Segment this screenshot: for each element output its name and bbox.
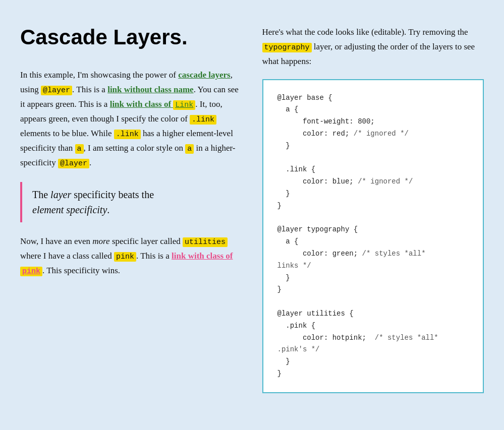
left-column: Cascade Layers. In this example, I'm sho… bbox=[20, 20, 242, 393]
this-is-a-2: . This is a bbox=[136, 251, 172, 261]
this-is-a: . This is a link without class name. You… bbox=[20, 85, 239, 167]
this-spec: . This specificity wins. bbox=[42, 266, 120, 275]
intro-text-start: In this example, I'm showcasing the powe… bbox=[20, 70, 178, 80]
utilities-badge: utilities bbox=[183, 237, 228, 247]
blockquote: The layer specificity beats the element … bbox=[20, 182, 242, 222]
cascade-layers-link[interactable]: cascade layers bbox=[178, 70, 230, 80]
layer-em: layer bbox=[50, 189, 71, 200]
utilities-paragraph: Now, I have an even more specific layer … bbox=[20, 234, 242, 278]
typography-badge: typography bbox=[262, 43, 312, 52]
desc-start: Here's what the code looks like (editabl… bbox=[262, 27, 468, 37]
pink-badge: pink bbox=[114, 252, 136, 262]
page-layout: Cascade Layers. In this example, I'm sho… bbox=[20, 20, 484, 393]
layer-badge-1: @layer bbox=[41, 86, 72, 95]
where-text: where I have a class called bbox=[20, 251, 114, 261]
link-no-class[interactable]: link without class name bbox=[107, 85, 194, 94]
layer-badge-2: @layer bbox=[58, 159, 89, 168]
link-with-class-of-link[interactable]: link with class of Link bbox=[110, 99, 196, 109]
right-column: Here's what the code looks like (editabl… bbox=[262, 20, 484, 393]
page-title: Cascade Layers. bbox=[20, 20, 242, 54]
blockquote-text: The layer specificity beats the element … bbox=[32, 187, 232, 217]
a-badge-2: a bbox=[185, 144, 194, 154]
more-em: more bbox=[92, 236, 109, 246]
link-badge-inline: Link bbox=[173, 100, 195, 110]
element-specificity-em: element specificity bbox=[32, 204, 107, 215]
a-badge-1: a bbox=[75, 144, 84, 154]
right-description: Here's what the code looks like (editabl… bbox=[262, 25, 484, 69]
pink-highlight: pink bbox=[20, 267, 42, 276]
code-editor[interactable]: @layer base { a { font-weight: 800; colo… bbox=[262, 79, 484, 393]
link-badge-3: .link bbox=[114, 130, 141, 139]
link-badge-2: .link bbox=[190, 115, 216, 125]
code-line-1: @layer base { a { font-weight: 800; colo… bbox=[277, 94, 438, 378]
now-text: Now, I have an even more specific layer … bbox=[20, 236, 183, 246]
intro-paragraph: In this example, I'm showcasing the powe… bbox=[20, 68, 242, 170]
